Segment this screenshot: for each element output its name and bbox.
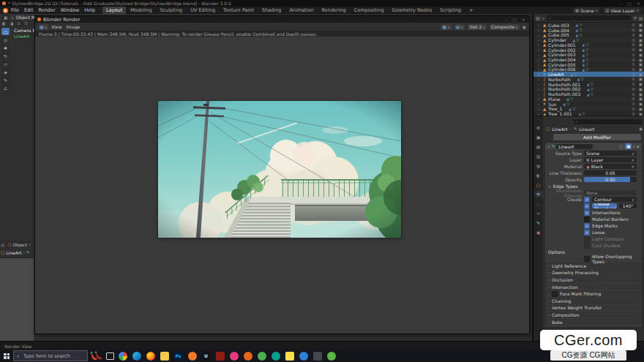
disable-render-toggle(camera-icon)[interactable]: ▣: [639, 97, 643, 101]
contour-dropdown[interactable]: Contour ∨: [592, 197, 637, 202]
workspace-tab-rendering[interactable]: Rendering: [318, 7, 350, 14]
rotate-tool-button[interactable]: ↻: [1, 52, 10, 59]
breadcrumb-object[interactable]: LineArt: [6, 250, 21, 255]
hide-viewport-toggle(eye-icon)[interactable]: ⊙: [632, 62, 635, 67]
disclosure-icon[interactable]: ›: [538, 42, 541, 47]
render-window-titlebar[interactable]: Blender Render – □ ×: [35, 16, 529, 23]
disable-render-toggle(camera-icon)[interactable]: ▣: [639, 48, 643, 52]
crease-checkbox[interactable]: ✓: [584, 203, 590, 209]
workspace-tab-texture-paint[interactable]: Texture Paint: [220, 7, 258, 14]
workspace-tab-animation[interactable]: Animation: [285, 7, 317, 14]
disable-render-toggle(camera-icon)[interactable]: ▣: [639, 72, 643, 77]
object-context-dropdown[interactable]: ▢ Object ∨: [6, 241, 32, 247]
disable-render-toggle(camera-icon)[interactable]: ▣: [639, 53, 643, 57]
disable-render-toggle(camera-icon)[interactable]: ▣: [639, 23, 643, 27]
checkbox[interactable]: ✓: [584, 223, 590, 229]
editor-type-button[interactable]: ▦ ∨: [38, 24, 48, 30]
hide-viewport-toggle(eye-icon)[interactable]: ⊙: [632, 28, 635, 32]
disclosure-icon[interactable]: ›: [538, 33, 541, 37]
contour-checkbox[interactable]: ✓: [584, 197, 590, 203]
menu-render[interactable]: Render: [38, 7, 55, 13]
hide-viewport-toggle(eye-icon)[interactable]: ⊙: [632, 38, 635, 42]
disclosure-icon[interactable]: ›: [538, 23, 541, 27]
box-select-tool-button[interactable]: ▢: [1, 28, 10, 35]
image-browse-button[interactable]: ▤ ∨: [454, 24, 465, 30]
menu-file[interactable]: File: [11, 7, 19, 13]
disclosure-icon[interactable]: ›: [538, 38, 541, 42]
outliner-options-icon[interactable]: ▤: [639, 16, 643, 20]
checkbox[interactable]: ✓: [584, 210, 590, 216]
task-view-button[interactable]: [104, 350, 116, 362]
breadcrumb-object[interactable]: LineArt: [552, 127, 567, 132]
disclosure-icon[interactable]: ›: [538, 77, 541, 81]
animate-dot[interactable]: ·: [623, 210, 626, 215]
pin-icon[interactable]: ◉: [523, 24, 526, 29]
subpanel-vertex-weight-transfer[interactable]: ›Vertex Weight Transfer: [545, 305, 642, 312]
taskbar-app-krita[interactable]: [227, 350, 241, 362]
properties-tab-object-icon[interactable]: ▢: [533, 181, 543, 188]
add-modifier-button[interactable]: Add Modifier: [553, 134, 641, 140]
disable-render-toggle(camera-icon)[interactable]: ▣: [639, 102, 643, 106]
animate-dot[interactable]: ·: [631, 216, 634, 222]
hide-viewport-toggle(eye-icon)[interactable]: ⊙: [632, 72, 635, 77]
taskbar-app-blender[interactable]: [185, 350, 199, 362]
animate-dot[interactable]: ·: [639, 170, 642, 176]
crease-threshold-slider[interactable]: Crease Threshold: [592, 203, 617, 208]
hide-viewport-toggle(eye-icon)[interactable]: ⊙: [632, 102, 635, 106]
taskbar-app-firefox[interactable]: [143, 350, 157, 362]
hide-viewport-toggle(eye-icon)[interactable]: ⊙: [632, 87, 635, 91]
disable-render-toggle(camera-icon)[interactable]: ▣: [639, 92, 643, 97]
image-editor-menu-image[interactable]: Image: [67, 24, 80, 29]
snap-button[interactable]: ◨: [8, 20, 15, 26]
disable-render-toggle(camera-icon)[interactable]: ▣: [639, 67, 643, 72]
delete-modifier-button[interactable]: ✕: [636, 144, 640, 149]
properties-tab-material-icon[interactable]: ◉: [533, 228, 543, 235]
workspace-tab-scripting[interactable]: Scripting: [436, 7, 465, 14]
outliner-search-input[interactable]: [553, 15, 629, 20]
disable-render-toggle(camera-icon)[interactable]: ▣: [639, 107, 643, 111]
properties-search-input[interactable]: [580, 119, 640, 124]
pin-icon[interactable]: ◉: [639, 127, 643, 131]
taskbar-app-chrome-beta[interactable]: [324, 350, 338, 362]
properties-tab-render-icon[interactable]: ▣: [533, 133, 543, 140]
filter-icon[interactable]: ∇: [634, 16, 637, 20]
disable-render-toggle(camera-icon)[interactable]: ▣: [639, 38, 643, 42]
cursor-tool-button[interactable]: ◎: [1, 36, 10, 43]
subpanel-occlusion[interactable]: ›Occlusion: [545, 276, 642, 283]
taskbar-app-edge[interactable]: [130, 350, 143, 362]
modifier-extras-icon[interactable]: ∨: [632, 144, 635, 148]
subpanel-intersection[interactable]: ›Intersection: [545, 284, 642, 290]
show-render-toggle[interactable]: ▣: [625, 143, 632, 149]
workspace-tab-uv-editing[interactable]: UV Editing: [187, 7, 219, 14]
hide-viewport-toggle(eye-icon)[interactable]: ⊙: [632, 23, 635, 27]
disclosure-icon[interactable]: ›: [538, 87, 541, 91]
image-datablock-button[interactable]: ▩ ∨: [441, 24, 451, 30]
animate-dot[interactable]: ·: [626, 236, 629, 241]
disclosure-icon[interactable]: ›: [538, 58, 541, 62]
taskbar-app-vscode[interactable]: [296, 350, 310, 362]
disclosure-icon[interactable]: ›: [538, 72, 541, 77]
properties-search[interactable]: ⌕: [574, 119, 643, 124]
taskbar-app-unity[interactable]: U: [199, 350, 213, 362]
outliner-search[interactable]: ⌕: [547, 15, 632, 20]
properties-tab-viewlayer-icon[interactable]: ▥: [533, 152, 543, 159]
disclosure-icon[interactable]: ›: [538, 53, 541, 57]
measure-tool-button[interactable]: ∠: [1, 84, 10, 91]
disable-render-toggle(camera-icon)[interactable]: ▣: [639, 33, 643, 37]
animate-dot[interactable]: ·: [639, 151, 642, 156]
annotate-tool-button[interactable]: ✎: [1, 76, 10, 83]
field-dropdown[interactable]: Scene∨: [584, 151, 637, 156]
disclosure-icon[interactable]: ›: [538, 92, 541, 97]
display-mode-dropdown[interactable]: ▥: [536, 15, 540, 20]
clear-icon[interactable]: ✕: [631, 165, 634, 169]
modifier-panel-header[interactable]: ∨ ✎ Lineart ▢ ▣ ∨ ✕: [545, 143, 642, 150]
taskbar-app-teams-alt[interactable]: [269, 350, 282, 362]
checkbox[interactable]: [552, 291, 558, 297]
checkbox[interactable]: [584, 236, 590, 242]
checkbox[interactable]: [584, 216, 590, 222]
disable-render-toggle(camera-icon)[interactable]: ▣: [639, 62, 643, 67]
editor-icon[interactable]: ◎: [1, 242, 4, 247]
transform-tool-button[interactable]: ◈: [1, 68, 10, 75]
field-dropdown[interactable]: ◉Black✕: [584, 164, 637, 169]
disable-render-toggle(camera-icon)[interactable]: ▣: [639, 58, 643, 62]
